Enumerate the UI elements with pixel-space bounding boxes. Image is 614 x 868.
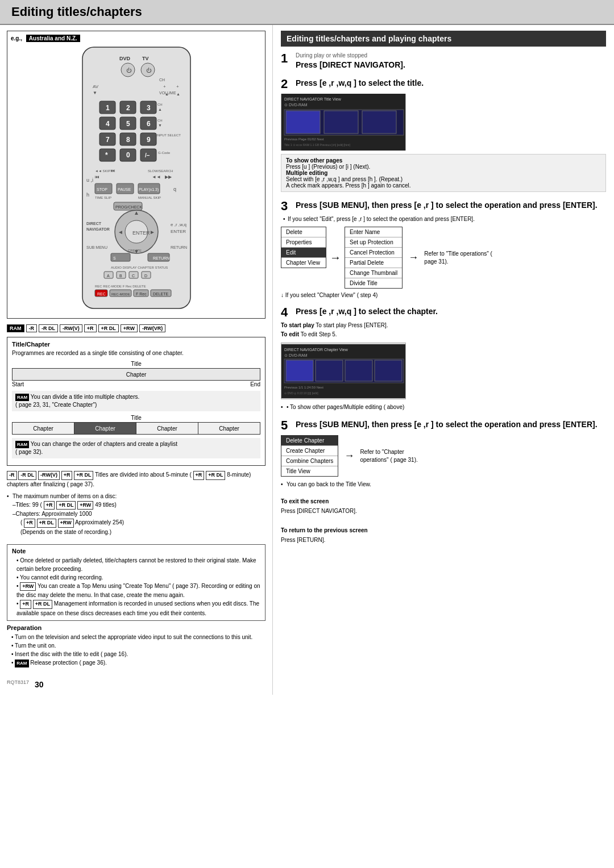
svg-text:⊙ DVD  ◎ 0:22:10  |||||  [edit: ⊙ DVD ◎ 0:22:10 ||||| [edit]	[284, 391, 318, 395]
svg-text:⏮: ⏮	[95, 174, 99, 180]
diagram-multiple-chapters: Title Chapter Chapter Chapter Chapter	[12, 415, 260, 435]
svg-text:C: C	[132, 274, 135, 278]
svg-text:PLAY(x1.3): PLAY(x1.3)	[139, 187, 159, 192]
svg-text:▲: ▲	[158, 107, 162, 111]
note-item-3: • +RW You can create a Top Menu using "C…	[16, 582, 260, 600]
svg-text:+: +	[163, 84, 166, 89]
menu-arrow-right: →	[330, 251, 341, 264]
multiple-editing-text: Select with [e ,r ,w,q ] and press [h ].…	[286, 176, 403, 182]
badge-ram: RAM	[7, 324, 24, 332]
svg-text:▶▶: ▶▶	[165, 174, 172, 180]
preparation-title: Preparation	[7, 624, 265, 631]
svg-text:REC  REC-MODE  F Rec  DELETE: REC REC-MODE F Rec DELETE	[95, 285, 146, 288]
exit-text: Press [DIRECT NAVIGATOR].	[281, 508, 357, 514]
svg-text:2: 2	[126, 104, 130, 112]
svg-text:REC: REC	[97, 292, 106, 296]
page-footer-left: RQT8317 30	[7, 675, 265, 689]
badge-rwvr: -RW(VR)	[139, 324, 165, 332]
step-2-screenshot: DIRECT NAVIGATOR Title View ⊙ DVD-RAM Pr…	[281, 94, 406, 151]
badge-pr: +R	[84, 324, 97, 332]
svg-text:AV: AV	[93, 84, 99, 89]
svg-text:1: 1	[106, 104, 110, 112]
max-items-note: The maximum number of items on a disc: –…	[7, 492, 265, 536]
return-text: Press [RETURN].	[281, 537, 325, 543]
menu-item-title-view: Title View	[281, 466, 338, 476]
menu-item-create-chapter: Create Chapter	[281, 446, 338, 456]
svg-text:A: A	[107, 274, 110, 278]
menu-item-delete-chapter: Delete Chapter	[281, 436, 338, 446]
svg-text:NAVIGATOR: NAVIGATOR	[86, 227, 110, 231]
eg-label: e.g., Australia and N.Z.	[11, 35, 262, 42]
menu-item-combine-chapters: Combine Chapters	[281, 456, 338, 466]
step-4-title: Press [e ,r ,w,q ] to select the chapter…	[296, 306, 606, 316]
note-box-title: Note	[12, 548, 260, 554]
australia-badge: Australia and N.Z.	[26, 35, 80, 42]
svg-text:u ,i: u ,i	[86, 177, 93, 183]
menu-item-cancel-protection: Cancel Protection	[345, 248, 402, 258]
menu-item-setup-protection: Set up Protection	[345, 237, 402, 248]
format-finalize-note: -R -R DL -RW(V) +R +R DL Titles are divi…	[7, 470, 265, 489]
diagram-single-chapter: Title Chapter Start End	[12, 361, 260, 387]
svg-text:q: q	[173, 186, 176, 192]
svg-text:ENTER: ENTER	[132, 230, 150, 236]
svg-text:CH: CH	[157, 103, 163, 106]
to-show-label: To show other pages	[286, 157, 342, 164]
svg-text:TIME SLIP: TIME SLIP	[95, 196, 111, 199]
svg-text:8: 8	[126, 136, 130, 144]
step-5-menu-diagram: Delete Chapter Create Chapter Combine Ch…	[281, 435, 606, 477]
step-5-arrow: →	[344, 450, 354, 462]
svg-text:3: 3	[147, 104, 151, 112]
svg-text:Previous    1/1 1:24:50    Nex: Previous 1/1 1:24:50 Next	[284, 386, 323, 389]
preparation-section: Preparation • Turn on the television and…	[7, 624, 265, 667]
return-label: To return to the previous screen Press […	[281, 525, 606, 545]
note-item-4: • +R +R DL Management information is rec…	[16, 599, 260, 617]
svg-text:⊙ DVD-RAM: ⊙ DVD-RAM	[284, 353, 308, 357]
ram-note-1: RAM You can divide a title into multiple…	[12, 391, 260, 411]
step-3-number: 3	[281, 200, 292, 212]
svg-text:F Rec: F Rec	[136, 292, 147, 296]
step-5-refer-text: Refer to "Chapter operations" ( page 31)…	[360, 448, 428, 464]
svg-text:STOP: STOP	[97, 187, 107, 191]
svg-text:RETURN: RETURN	[171, 245, 187, 249]
svg-text:*: *	[105, 151, 108, 159]
step-3-notes: If you select "Edit", press [e ,r ] to s…	[283, 215, 606, 223]
left-column: e.g., Australia and N.Z. DVD TV ⏻	[0, 25, 273, 695]
svg-text:4: 4	[106, 120, 110, 128]
step-1-number: 1	[281, 52, 292, 65]
svg-rect-115	[345, 360, 372, 381]
svg-text:/–: /–	[145, 152, 150, 158]
step-4-multiple-editing-note: • To show other pages/Multiple editing (…	[281, 403, 606, 411]
remote-control-image: DVD TV ⏻ ⏻ CH + VOLUME + ▲ ▲ AV	[11, 44, 262, 311]
preparation-list: • Turn on the television and select the …	[7, 633, 265, 667]
step-4-screenshot: DIRECT NAVIGATOR Chapter View ⊙ DVD-RAM …	[281, 343, 406, 399]
prep-item-1: • Turn on the television and select the …	[7, 633, 265, 641]
format-badges-row: RAM -R -R DL -RW(V) +R +R DL +RW -RW(VR)	[7, 324, 265, 332]
if-chapter-view-note: ↓ If you select "Chapter View" ( step 4)	[281, 292, 606, 298]
svg-text:▲: ▲	[134, 210, 139, 216]
step-2-title: Press [e ,r ,w,q ] to select the title.	[296, 78, 606, 88]
svg-text:S: S	[113, 256, 116, 260]
badge-rwv: -RW(V)	[60, 324, 82, 332]
exit-label: To exit the screen Press [DIRECT NAVIGAT…	[281, 496, 606, 516]
svg-text:ENTER: ENTER	[171, 229, 186, 234]
badge-rdl: -R DL	[39, 324, 58, 332]
step-2: 2 Press [e ,r ,w,q ] to select the title…	[281, 78, 606, 192]
step-5-number: 5	[281, 419, 292, 432]
svg-text:▲: ▲	[165, 92, 169, 96]
svg-rect-104	[286, 111, 320, 133]
svg-text:DELETE: DELETE	[153, 292, 169, 296]
menu-arrow-refer: →	[408, 252, 418, 264]
prep-item-4: • RAM Release protection ( page 36).	[7, 658, 265, 667]
right-section-header: Editing titles/chapters and playing chap…	[281, 31, 606, 47]
svg-text:DIRECT NAVIGATOR Chapter View: DIRECT NAVIGATOR Chapter View	[284, 348, 349, 352]
badge-r: -R	[26, 324, 38, 332]
step-5-note: You can go back to the Title View.	[281, 480, 606, 489]
note-box: Note • Once deleted or partially deleted…	[7, 544, 265, 621]
multiple-editing-text2: A check mark appears. Press [h ] again t…	[286, 182, 411, 189]
right-column: Editing titles/chapters and playing chap…	[273, 25, 614, 695]
rqt-label: RQT8317	[7, 679, 29, 685]
svg-text:9: 9	[147, 136, 151, 144]
step-5-title: Press [SUB MENU], then press [e ,r ] to …	[296, 419, 606, 429]
svg-text:▼: ▼	[158, 123, 162, 127]
menu-item-enter-name: Enter Name	[345, 227, 402, 237]
